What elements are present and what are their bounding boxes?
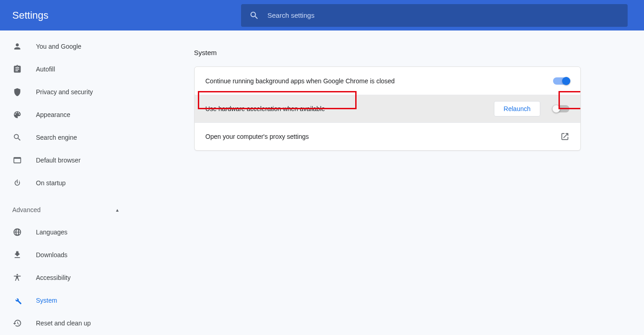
search-settings-box[interactable] [241,4,628,27]
sidebar-item-label: Languages [36,228,67,236]
row-label: Open your computer's proxy settings [206,133,560,140]
page-app-title: Settings [12,10,241,21]
globe-icon [12,227,22,237]
clipboard-icon [12,64,22,74]
sidebar-item-label: Reset and clean up [36,320,91,327]
main-content: System Continue running background apps … [131,30,644,335]
row-background-apps[interactable]: Continue running background apps when Go… [195,67,580,95]
toggle-hardware-accel[interactable] [553,105,569,112]
row-label: Use hardware acceleration when available [206,105,494,112]
row-proxy-settings[interactable]: Open your computer's proxy settings [195,122,580,150]
sidebar-item-languages[interactable]: Languages [0,221,131,244]
sidebar-item-label: System [36,297,57,304]
sidebar: You and Google Autofill Privacy and secu… [0,30,131,335]
sidebar-item-system[interactable]: System [0,289,131,312]
sidebar-item-you-and-google[interactable]: You and Google [0,35,131,58]
search-input[interactable] [267,11,619,19]
sidebar-advanced-label: Advanced [12,206,40,213]
sidebar-item-reset-and-clean-up[interactable]: Reset and clean up [0,312,131,335]
sidebar-item-label: Accessibility [36,274,70,281]
accessibility-icon [12,273,22,283]
sidebar-item-privacy-and-security[interactable]: Privacy and security [0,81,131,103]
sidebar-item-downloads[interactable]: Downloads [0,244,131,266]
toggle-background-apps[interactable] [553,77,569,85]
sidebar-item-accessibility[interactable]: Accessibility [0,266,131,289]
wrench-icon [12,295,22,305]
window-icon [12,155,22,165]
topbar: Settings [0,0,644,30]
sidebar-item-appearance[interactable]: Appearance [0,103,131,126]
row-hardware-accel[interactable]: Use hardware acceleration when available… [195,95,580,122]
sidebar-item-autofill[interactable]: Autofill [0,58,131,81]
sidebar-item-default-browser[interactable]: Default browser [0,149,131,172]
sidebar-item-label: Search engine [36,134,77,141]
chevron-up-icon: ▲ [115,208,120,213]
restore-icon [12,318,22,328]
system-settings-card: Continue running background apps when Go… [194,66,581,151]
relaunch-button[interactable]: Relaunch [494,101,540,117]
sidebar-item-label: Privacy and security [36,88,93,96]
sidebar-item-label: Appearance [36,111,70,118]
sidebar-item-label: On startup [36,179,65,187]
sidebar-advanced-toggle[interactable]: Advanced ▲ [0,199,131,221]
sidebar-item-on-startup[interactable]: On startup [0,172,131,194]
sidebar-item-label: Autofill [36,66,55,73]
person-icon [12,41,22,51]
external-link-icon [560,132,569,141]
sidebar-item-label: You and Google [36,43,81,50]
sidebar-item-label: Downloads [36,251,67,259]
page-title: System [194,49,581,56]
download-icon [12,250,22,260]
row-label: Continue running background apps when Go… [206,77,553,85]
search-icon [12,132,22,142]
power-icon [12,178,22,188]
sidebar-item-label: Default browser [36,157,80,164]
search-icon [249,10,259,20]
palette-icon [12,110,22,120]
shield-icon [12,87,22,97]
sidebar-item-search-engine[interactable]: Search engine [0,126,131,149]
